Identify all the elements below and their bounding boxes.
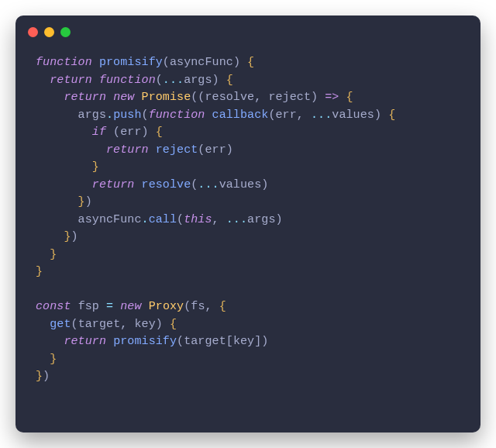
code-token: , — [205, 300, 219, 313]
code-token: } — [78, 195, 85, 208]
minimize-icon[interactable] — [44, 27, 54, 37]
code-line: const fsp = new Proxy(fs, { — [36, 298, 460, 316]
code-line: } — [36, 351, 460, 369]
code-token: new — [120, 300, 141, 313]
code-token — [149, 143, 156, 157]
code-token: ) — [156, 318, 163, 331]
code-token — [36, 126, 92, 139]
code-token — [36, 178, 92, 191]
code-token — [92, 74, 99, 87]
code-token: fs — [191, 300, 205, 313]
code-token: } — [50, 353, 57, 366]
code-token: function — [149, 109, 205, 122]
code-token: ) — [43, 370, 50, 383]
code-token: [ — [226, 335, 233, 348]
code-token — [36, 91, 64, 104]
code-token: err — [205, 143, 226, 157]
code-line: } — [36, 159, 460, 177]
zoom-icon[interactable] — [60, 27, 71, 37]
code-token: ) — [261, 178, 268, 191]
code-token: ( — [184, 300, 191, 313]
code-line: args.push(function callback(err, ...valu… — [36, 107, 460, 125]
code-line: return new Promise((resolve, reject) => … — [36, 89, 460, 107]
code-token: target — [184, 335, 226, 348]
code-token: ) — [311, 91, 318, 104]
code-token: = — [106, 300, 113, 313]
code-token: new — [113, 91, 134, 104]
code-token — [36, 248, 50, 261]
code-token: promisify — [113, 335, 177, 348]
code-token: push — [113, 109, 141, 122]
code-token: } — [92, 160, 99, 174]
code-token: { — [156, 126, 163, 139]
code-token — [339, 91, 346, 104]
code-token: . — [142, 213, 149, 226]
code-line — [36, 281, 460, 299]
code-line: get(target, key) { — [36, 316, 460, 334]
code-token: , — [212, 213, 226, 226]
code-token: asyncFunc — [170, 56, 233, 69]
code-token: ) — [85, 195, 92, 208]
code-token: , — [120, 318, 134, 331]
code-token: ) — [71, 230, 78, 243]
code-line: } — [36, 264, 460, 281]
code-token: values — [219, 178, 262, 191]
code-token: { — [388, 109, 395, 122]
code-token: ( — [71, 318, 78, 331]
code-token: if — [92, 126, 106, 139]
code-token: get — [50, 318, 71, 331]
code-token — [134, 178, 141, 191]
close-icon[interactable] — [28, 27, 38, 37]
code-token: { — [219, 300, 226, 313]
code-token: ( — [142, 109, 149, 122]
code-token: return — [50, 74, 92, 87]
code-token: } — [36, 370, 43, 383]
code-line: function promisify(asyncFunc) { — [36, 54, 460, 72]
code-token: call — [149, 213, 177, 226]
code-token — [134, 91, 141, 104]
code-token: , — [254, 91, 268, 104]
code-token — [36, 213, 78, 226]
code-token — [113, 300, 120, 313]
code-token: ( — [163, 56, 170, 69]
code-token: function — [36, 56, 92, 69]
code-line: } — [36, 246, 460, 264]
code-token: Proxy — [149, 300, 184, 313]
code-token — [36, 353, 50, 366]
code-token: ) — [212, 74, 219, 87]
titlebar — [16, 16, 480, 48]
code-token — [149, 126, 156, 139]
code-token — [381, 109, 388, 122]
code-token: ( — [177, 213, 184, 226]
code-token — [142, 300, 149, 313]
code-token: ) — [142, 126, 149, 139]
code-token: reject — [156, 143, 198, 157]
code-token: resolve — [142, 178, 191, 191]
code-token — [36, 318, 50, 331]
code-token: . — [106, 109, 113, 122]
code-token: { — [346, 91, 353, 104]
code-token: values — [332, 109, 374, 122]
code-token: promisify — [99, 56, 163, 69]
code-line: return resolve(...values) — [36, 177, 460, 195]
code-token: } — [64, 230, 71, 243]
code-token: return — [92, 178, 135, 191]
code-token: args — [78, 109, 106, 122]
code-token — [36, 335, 64, 348]
code-token: { — [247, 56, 254, 69]
code-token — [36, 160, 92, 174]
code-token: => — [325, 91, 339, 104]
code-token: key — [134, 318, 155, 331]
code-block: function promisify(asyncFunc) { return f… — [16, 48, 480, 405]
code-token — [36, 74, 50, 87]
code-line: return function(...args) { — [36, 72, 460, 90]
code-token: err — [275, 109, 296, 122]
code-token: ( — [177, 335, 184, 348]
code-token: (( — [191, 91, 205, 104]
code-token: ]) — [254, 335, 268, 348]
code-token: ( — [191, 178, 198, 191]
code-line: return promisify(target[key]) — [36, 333, 460, 351]
code-token: ( — [106, 126, 120, 139]
code-token — [106, 335, 113, 348]
code-line: }) — [36, 229, 460, 246]
